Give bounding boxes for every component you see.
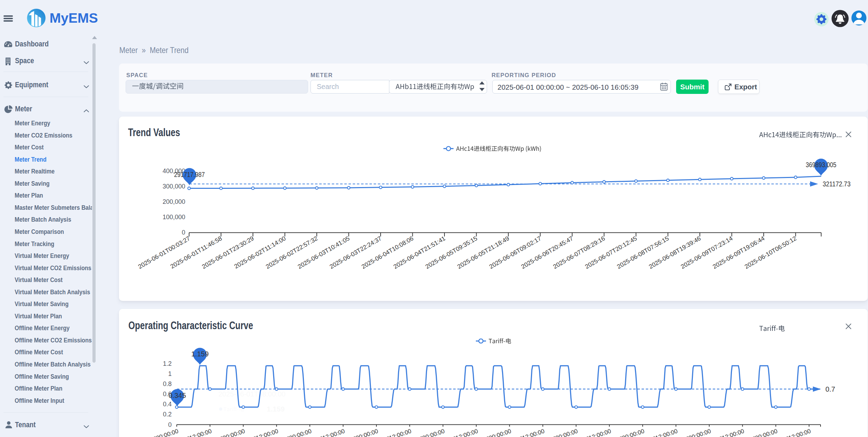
svg-text:2025-06-02T22:57:32: 2025-06-02T22:57:32	[264, 235, 319, 270]
svg-text:300,000: 300,000	[163, 183, 185, 190]
svg-text:0: 0	[182, 229, 185, 236]
svg-text:100,000: 100,000	[163, 214, 185, 221]
svg-text:2025-06-04T21:51:41: 2025-06-04T21:51:41	[392, 235, 447, 270]
svg-text:2025-06-01T18:00:00: 2025-06-01T18:00:00	[218, 390, 285, 398]
svg-text:1: 1	[168, 370, 172, 377]
svg-text:2025-06-08T19:39:46: 2025-06-08T19:39:46	[648, 235, 702, 270]
svg-text:2025-06-07T20:12:45: 2025-06-07T20:12:45	[584, 235, 638, 270]
svg-text:0.7: 0.7	[825, 385, 835, 393]
svg-text:2025-06-06T09:02:17: 2025-06-06T09:02:17	[488, 235, 542, 270]
svg-text:2025-06-09T19:06:44: 2025-06-09T19:06:44	[711, 235, 766, 271]
svg-text:0.8: 0.8	[163, 380, 172, 387]
svg-text:0.4: 0.4	[163, 401, 172, 408]
svg-text:291717.987: 291717.987	[174, 171, 205, 178]
svg-text:2025-06-05T21:18:49: 2025-06-05T21:18:49	[456, 235, 510, 270]
svg-text:2025-06-09T07:23:14: 2025-06-09T07:23:14	[680, 235, 734, 271]
svg-text:2025-06-06T20:45:47: 2025-06-06T20:45:47	[520, 235, 574, 270]
svg-text:0.345: 0.345	[169, 392, 186, 399]
svg-text:2025-06-03T22:24:37: 2025-06-03T22:24:37	[328, 235, 383, 270]
svg-text:0.2: 0.2	[163, 411, 172, 418]
svg-text:2025-06-05T09:35:15: 2025-06-05T09:35:15	[424, 235, 479, 270]
svg-text:321172.73: 321172.73	[823, 180, 851, 188]
svg-text:2025-06-04T10:08:06: 2025-06-04T10:08:06	[360, 235, 415, 270]
svg-text:2025-06-10T06:50:12: 2025-06-10T06:50:12	[743, 235, 798, 270]
svg-text:0: 0	[168, 421, 172, 428]
svg-text:2025-06-08T07:56:15: 2025-06-08T07:56:15	[616, 235, 670, 270]
svg-text:2025-06-01T00:03:27: 2025-06-01T00:03:27	[137, 235, 191, 270]
svg-text:2025-06-03T10:41:05: 2025-06-03T10:41:05	[297, 235, 351, 270]
svg-text:2025-06-01T00:00:00: 2025-06-01T00:00:00	[123, 428, 179, 437]
svg-text:2025-06-07T08:29:16: 2025-06-07T08:29:16	[552, 235, 606, 270]
svg-text:2025-06-01T23:30:29: 2025-06-01T23:30:29	[201, 235, 255, 270]
svg-text:369893.005: 369893.005	[806, 161, 836, 169]
svg-text:200,000: 200,000	[163, 198, 185, 205]
svg-text:1.159: 1.159	[267, 405, 285, 413]
svg-text:1.2: 1.2	[163, 360, 172, 367]
svg-text:2025-06-01T11:46:58: 2025-06-01T11:46:58	[169, 235, 223, 270]
svg-text:2025-06-02T11:14:00: 2025-06-02T11:14:00	[233, 235, 287, 270]
svg-text:1.159: 1.159	[191, 350, 209, 358]
